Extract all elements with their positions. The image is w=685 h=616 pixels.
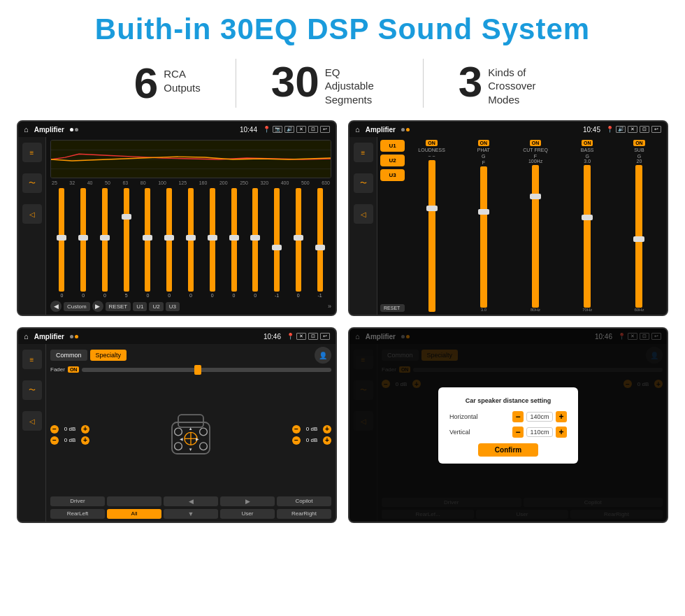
eq-slider-9[interactable] [231, 188, 237, 292]
xo-bass-val: 3.0 [584, 159, 591, 164]
eq-reset-btn[interactable]: RESET [106, 302, 131, 311]
xo-phat-label: PHAT [477, 148, 490, 152]
eq-u3-btn[interactable]: U3 [166, 302, 180, 311]
eq-slider-1[interactable] [59, 188, 64, 292]
eq-slider-7[interactable] [188, 188, 194, 292]
dialog-row-horizontal: Horizontal − 140cm + [449, 411, 567, 422]
xo-sub-on: ON [633, 140, 645, 146]
eq-slider-col-2: 0 [73, 188, 94, 298]
fader-all-btn[interactable]: All [107, 509, 161, 519]
fader-home-icon: ⌂ [24, 332, 29, 341]
xo-reset-btn[interactable]: RESET [380, 304, 405, 312]
dialog-horizontal-plus[interactable]: + [556, 411, 567, 422]
fader-slider[interactable] [82, 368, 331, 372]
xo-loudness-slider[interactable] [428, 160, 435, 312]
dialog-box: Car speaker distance setting Horizontal … [438, 387, 578, 464]
eq-slider-5[interactable] [145, 188, 150, 292]
eq-slider-col-8: 0 [202, 188, 222, 298]
eq-status-icons: 📍 📷 🔊 ✕ ⊡ ↩ [263, 126, 330, 133]
fader-space3: ▶ [220, 496, 275, 506]
eq-slider-col-9: 0 [224, 188, 244, 298]
xo-phat-vals: G [482, 154, 485, 159]
fader-tabs: Common Specialty [50, 350, 127, 361]
eq-u1-btn[interactable]: U1 [133, 302, 147, 311]
fader-rearright-btn[interactable]: RearRight [277, 509, 331, 519]
eq-content: ≡ 〜 ◁ [18, 137, 336, 315]
eq-slider-4[interactable] [124, 188, 129, 292]
fader-tab-common[interactable]: Common [50, 350, 87, 361]
eq-slider-col-12: 0 [288, 188, 308, 298]
eq-prev-btn[interactable]: ◀ [50, 301, 62, 312]
db-plus-1[interactable]: + [81, 425, 89, 434]
fader-copilot-btn[interactable]: Copilot [277, 496, 331, 506]
xo-channel-sub: ON SUB G 20 60Hz [614, 140, 664, 312]
eq-custom-btn[interactable]: Custom [64, 302, 90, 311]
fader-speaker-btn[interactable]: ◁ [22, 411, 42, 431]
xo-u2-btn[interactable]: U2 [380, 155, 405, 166]
db-plus-3[interactable]: + [323, 425, 331, 434]
fader-user-btn[interactable]: User [220, 509, 275, 519]
eq-slider-10[interactable] [252, 188, 258, 292]
eq-u2-btn[interactable]: U2 [149, 302, 163, 311]
eq-slider-6[interactable] [166, 188, 172, 292]
dialog-vertical-minus[interactable]: − [512, 427, 524, 438]
eq-slider-2[interactable] [80, 188, 86, 292]
dialog-confirm-button[interactable]: Confirm [478, 443, 538, 457]
eq-slider-13[interactable] [317, 188, 323, 292]
car-left-controls: − 0 dB + − 0 dB + [50, 425, 89, 445]
eq-screen: ⌂ Amplifier 10:44 📍 📷 🔊 ✕ ⊡ ↩ ≡ 〜 ◁ [17, 120, 337, 316]
db-ctrl-2: − 0 dB + [50, 436, 89, 445]
db-plus-4[interactable]: + [323, 436, 331, 445]
db-val-1: 0 dB [60, 426, 80, 432]
xo-bass-slider[interactable] [584, 165, 591, 308]
eq-status-dots [70, 128, 78, 131]
xo-filter-btn[interactable]: ≡ [354, 143, 373, 162]
eq-status-bar: ⌂ Amplifier 10:44 📍 📷 🔊 ✕ ⊡ ↩ [18, 122, 336, 137]
stat-number-crossover: 3 [459, 60, 482, 103]
back-icon: ↩ [320, 126, 330, 133]
eq-slider-12[interactable] [296, 188, 301, 292]
fader-label: Fader [50, 366, 65, 373]
fader-tab-specialty[interactable]: Specialty [90, 350, 127, 361]
dialog-row-vertical: Vertical − 110cm + [449, 427, 567, 438]
eq-speaker-btn[interactable]: ◁ [22, 204, 42, 224]
dialog-horizontal-minus[interactable]: − [512, 411, 524, 422]
xo-wave-btn[interactable]: 〜 [354, 173, 373, 193]
xo-u1-btn[interactable]: U1 [380, 140, 405, 152]
eq-wave-btn[interactable]: 〜 [22, 173, 42, 193]
car-diagram: ▲ ▼ ◀ ▶ [94, 403, 288, 466]
eq-filter-btn[interactable]: ≡ [22, 143, 42, 162]
eq-scroll-right: » [328, 303, 331, 310]
dialog-vertical-plus[interactable]: + [556, 427, 567, 438]
xo-channel-phat: ON PHAT G F 3.0 [459, 140, 508, 312]
db-ctrl-4: − 0 dB + [292, 436, 331, 445]
eq-next-btn[interactable]: ▶ [92, 301, 103, 312]
fader-wave-btn[interactable]: 〜 [22, 380, 42, 400]
db-minus-1[interactable]: − [50, 425, 59, 434]
xo-bass-freq: 70Hz [582, 308, 592, 312]
fader-driver-btn[interactable]: Driver [50, 496, 105, 506]
fader-slider-thumb [194, 365, 201, 375]
xo-speaker-btn[interactable]: ◁ [354, 204, 373, 224]
eq-slider-8[interactable] [210, 188, 215, 292]
fader-back-icon: ↩ [320, 333, 330, 340]
db-plus-2[interactable]: + [81, 436, 89, 445]
fader-avatar-btn[interactable]: 👤 [315, 347, 331, 364]
eq-slider-11[interactable] [274, 188, 280, 292]
xo-sub-slider[interactable] [635, 165, 642, 308]
eq-slider-3[interactable] [102, 188, 108, 292]
fader-rearleft-btn[interactable]: RearLeft [50, 509, 105, 519]
xo-status-dots [401, 128, 410, 131]
db-minus-4[interactable]: − [292, 436, 301, 445]
xo-bass-label: BASS [581, 148, 594, 152]
stat-number-rca: 6 [134, 62, 158, 105]
dialog-horizontal-label: Horizontal [449, 413, 510, 420]
xo-phat-slider[interactable] [480, 166, 487, 308]
db-minus-2[interactable]: − [50, 436, 59, 445]
eq-slider-col-3: 0 [95, 188, 115, 298]
xo-u3-btn[interactable]: U3 [380, 169, 405, 181]
xo-cutfreq-slider[interactable] [532, 165, 539, 308]
db-minus-3[interactable]: − [292, 425, 301, 434]
fader-filter-btn[interactable]: ≡ [22, 350, 42, 369]
eq-app-title: Amplifier [34, 126, 64, 134]
